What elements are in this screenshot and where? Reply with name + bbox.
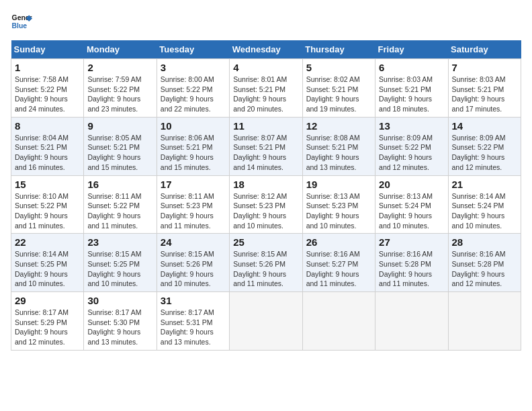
calendar-week-row: 8Sunrise: 8:04 AMSunset: 5:21 PMDaylight… xyxy=(11,117,521,175)
calendar-cell: 14Sunrise: 8:09 AMSunset: 5:22 PMDayligh… xyxy=(448,117,521,175)
day-info: Sunrise: 8:13 AMSunset: 5:24 PMDaylight:… xyxy=(379,191,444,231)
day-number: 26 xyxy=(306,236,371,248)
day-info: Sunrise: 8:09 AMSunset: 5:22 PMDaylight:… xyxy=(452,133,517,173)
calendar-cell: 2Sunrise: 7:59 AMSunset: 5:22 PMDaylight… xyxy=(84,59,157,118)
day-number: 21 xyxy=(452,179,517,190)
calendar-cell: 12Sunrise: 8:08 AMSunset: 5:21 PMDayligh… xyxy=(302,117,375,175)
calendar-cell: 20Sunrise: 8:13 AMSunset: 5:24 PMDayligh… xyxy=(375,175,448,234)
day-info: Sunrise: 7:59 AMSunset: 5:22 PMDaylight:… xyxy=(87,75,152,114)
day-number: 22 xyxy=(15,236,80,248)
day-number: 1 xyxy=(15,62,80,73)
calendar-week-row: 15Sunrise: 8:10 AMSunset: 5:22 PMDayligh… xyxy=(11,175,521,234)
day-info: Sunrise: 8:00 AMSunset: 5:22 PMDaylight:… xyxy=(161,75,226,114)
weekday-header-row: SundayMondayTuesdayWednesdayThursdayFrid… xyxy=(11,40,521,59)
day-number: 17 xyxy=(161,179,226,190)
day-number: 6 xyxy=(379,62,444,73)
calendar-cell: 4Sunrise: 8:01 AMSunset: 5:21 PMDaylight… xyxy=(230,59,302,118)
day-info: Sunrise: 8:12 AMSunset: 5:23 PMDaylight:… xyxy=(233,191,298,231)
day-info: Sunrise: 8:17 AMSunset: 5:31 PMDaylight:… xyxy=(161,308,226,347)
calendar-cell: 31Sunrise: 8:17 AMSunset: 5:31 PMDayligh… xyxy=(157,292,229,351)
calendar-cell: 22Sunrise: 8:14 AMSunset: 5:25 PMDayligh… xyxy=(11,234,84,292)
day-number: 20 xyxy=(379,179,444,190)
day-number: 10 xyxy=(161,120,226,132)
day-info: Sunrise: 8:16 AMSunset: 5:28 PMDaylight:… xyxy=(452,249,517,289)
calendar-cell: 26Sunrise: 8:16 AMSunset: 5:27 PMDayligh… xyxy=(302,234,375,292)
calendar-cell: 18Sunrise: 8:12 AMSunset: 5:23 PMDayligh… xyxy=(230,175,302,234)
day-number: 14 xyxy=(452,120,517,132)
day-number: 11 xyxy=(233,120,298,132)
weekday-header-thursday: Thursday xyxy=(302,40,375,59)
calendar-cell: 21Sunrise: 8:14 AMSunset: 5:24 PMDayligh… xyxy=(448,175,521,234)
day-info: Sunrise: 8:08 AMSunset: 5:21 PMDaylight:… xyxy=(306,133,371,173)
day-info: Sunrise: 8:15 AMSunset: 5:25 PMDaylight:… xyxy=(87,249,152,289)
day-number: 28 xyxy=(452,236,517,248)
weekday-header-friday: Friday xyxy=(375,40,448,59)
logo: General Blue xyxy=(11,11,36,32)
calendar-week-row: 1Sunrise: 7:58 AMSunset: 5:22 PMDaylight… xyxy=(11,59,521,118)
day-number: 13 xyxy=(379,120,444,132)
weekday-header-wednesday: Wednesday xyxy=(230,40,302,59)
calendar-cell: 29Sunrise: 8:17 AMSunset: 5:29 PMDayligh… xyxy=(11,292,84,351)
day-info: Sunrise: 8:01 AMSunset: 5:21 PMDaylight:… xyxy=(233,75,298,114)
day-info: Sunrise: 8:11 AMSunset: 5:22 PMDaylight:… xyxy=(87,191,152,231)
day-info: Sunrise: 8:14 AMSunset: 5:24 PMDaylight:… xyxy=(452,191,517,231)
calendar-cell: 9Sunrise: 8:05 AMSunset: 5:21 PMDaylight… xyxy=(84,117,157,175)
calendar-table: SundayMondayTuesdayWednesdayThursdayFrid… xyxy=(11,40,521,351)
day-info: Sunrise: 8:14 AMSunset: 5:25 PMDaylight:… xyxy=(15,249,80,289)
calendar-cell: 3Sunrise: 8:00 AMSunset: 5:22 PMDaylight… xyxy=(157,59,229,118)
day-number: 4 xyxy=(233,62,298,73)
day-number: 19 xyxy=(306,179,371,190)
calendar-cell: 30Sunrise: 8:17 AMSunset: 5:30 PMDayligh… xyxy=(84,292,157,351)
calendar-cell: 25Sunrise: 8:15 AMSunset: 5:26 PMDayligh… xyxy=(230,234,302,292)
calendar-cell: 23Sunrise: 8:15 AMSunset: 5:25 PMDayligh… xyxy=(84,234,157,292)
calendar-cell xyxy=(448,292,521,351)
day-number: 29 xyxy=(15,295,80,306)
calendar-cell: 24Sunrise: 8:15 AMSunset: 5:26 PMDayligh… xyxy=(157,234,229,292)
day-number: 25 xyxy=(233,236,298,248)
day-number: 8 xyxy=(15,120,80,132)
day-number: 31 xyxy=(161,295,226,306)
day-number: 7 xyxy=(452,62,517,73)
calendar-week-row: 22Sunrise: 8:14 AMSunset: 5:25 PMDayligh… xyxy=(11,234,521,292)
calendar-cell: 5Sunrise: 8:02 AMSunset: 5:21 PMDaylight… xyxy=(302,59,375,118)
calendar-cell xyxy=(302,292,375,351)
day-info: Sunrise: 8:17 AMSunset: 5:30 PMDaylight:… xyxy=(87,308,152,347)
weekday-header-tuesday: Tuesday xyxy=(157,40,229,59)
calendar-cell: 7Sunrise: 8:03 AMSunset: 5:21 PMDaylight… xyxy=(448,59,521,118)
day-number: 18 xyxy=(233,179,298,190)
day-number: 27 xyxy=(379,236,444,248)
day-info: Sunrise: 8:06 AMSunset: 5:21 PMDaylight:… xyxy=(161,133,226,173)
calendar-cell: 28Sunrise: 8:16 AMSunset: 5:28 PMDayligh… xyxy=(448,234,521,292)
day-number: 3 xyxy=(161,62,226,73)
day-number: 24 xyxy=(161,236,226,248)
day-number: 23 xyxy=(87,236,152,248)
day-number: 5 xyxy=(306,62,371,73)
day-info: Sunrise: 8:11 AMSunset: 5:23 PMDaylight:… xyxy=(161,191,226,231)
calendar-cell: 1Sunrise: 7:58 AMSunset: 5:22 PMDaylight… xyxy=(11,59,84,118)
calendar-cell: 27Sunrise: 8:16 AMSunset: 5:28 PMDayligh… xyxy=(375,234,448,292)
calendar-cell: 17Sunrise: 8:11 AMSunset: 5:23 PMDayligh… xyxy=(157,175,229,234)
day-number: 2 xyxy=(87,62,152,73)
calendar-cell: 11Sunrise: 8:07 AMSunset: 5:21 PMDayligh… xyxy=(230,117,302,175)
day-number: 15 xyxy=(15,179,80,190)
day-info: Sunrise: 8:09 AMSunset: 5:22 PMDaylight:… xyxy=(379,133,444,173)
page-header: General Blue xyxy=(11,11,521,32)
day-number: 16 xyxy=(87,179,152,190)
calendar-cell: 6Sunrise: 8:03 AMSunset: 5:21 PMDaylight… xyxy=(375,59,448,118)
day-number: 12 xyxy=(306,120,371,132)
day-info: Sunrise: 8:16 AMSunset: 5:27 PMDaylight:… xyxy=(306,249,371,289)
day-info: Sunrise: 8:04 AMSunset: 5:21 PMDaylight:… xyxy=(15,133,80,173)
day-info: Sunrise: 8:16 AMSunset: 5:28 PMDaylight:… xyxy=(379,249,444,289)
day-info: Sunrise: 8:03 AMSunset: 5:21 PMDaylight:… xyxy=(452,75,517,114)
day-info: Sunrise: 8:17 AMSunset: 5:29 PMDaylight:… xyxy=(15,308,80,347)
day-number: 9 xyxy=(87,120,152,132)
day-info: Sunrise: 8:03 AMSunset: 5:21 PMDaylight:… xyxy=(379,75,444,114)
calendar-cell: 19Sunrise: 8:13 AMSunset: 5:23 PMDayligh… xyxy=(302,175,375,234)
svg-text:Blue: Blue xyxy=(12,22,28,30)
day-info: Sunrise: 8:15 AMSunset: 5:26 PMDaylight:… xyxy=(161,249,226,289)
logo-icon: General Blue xyxy=(11,11,32,32)
day-info: Sunrise: 8:05 AMSunset: 5:21 PMDaylight:… xyxy=(87,133,152,173)
day-number: 30 xyxy=(87,295,152,306)
calendar-week-row: 29Sunrise: 8:17 AMSunset: 5:29 PMDayligh… xyxy=(11,292,521,351)
day-info: Sunrise: 7:58 AMSunset: 5:22 PMDaylight:… xyxy=(15,75,80,114)
